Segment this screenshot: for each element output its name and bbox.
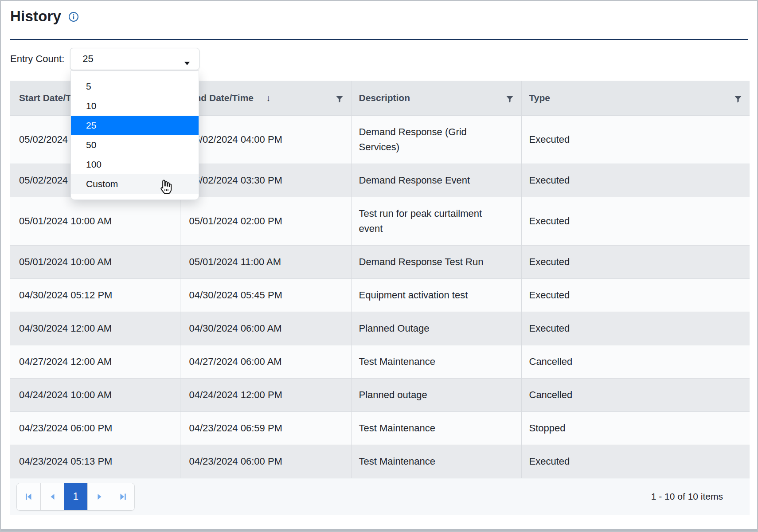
previous-page-button[interactable] — [40, 483, 64, 510]
page-title: History — [10, 8, 61, 25]
description-cell: Test Maintenance — [351, 411, 521, 445]
last-page-icon — [119, 493, 127, 501]
dropdown-option-10[interactable]: 10 — [71, 96, 199, 116]
type-cell: Executed — [521, 312, 750, 345]
items-summary: 1 - 10 of 10 items — [651, 491, 723, 502]
end-date-cell: 04/23/2024 06:00 PM — [180, 445, 351, 478]
start-date-cell: 04/23/2024 05:13 PM — [10, 445, 180, 478]
description-cell: Planned outage — [351, 378, 521, 411]
start-date-cell: 04/30/2024 12:00 AM — [10, 312, 180, 345]
description-cell: Demand Response (Grid Services) — [351, 115, 521, 164]
description-cell: Test Maintenance — [351, 345, 521, 378]
page-1-button[interactable]: 1 — [64, 483, 87, 510]
start-date-cell: 04/27/2024 12:00 AM — [10, 345, 180, 378]
filter-icon[interactable] — [506, 94, 513, 102]
type-cell: Stopped — [521, 411, 750, 445]
dropdown-option-custom[interactable]: Custom — [71, 174, 199, 194]
filter-icon[interactable] — [735, 94, 742, 102]
table-row: 04/30/2024 05:12 PM 04/30/2024 05:45 PM … — [10, 278, 750, 312]
table-row: 04/27/2024 12:00 AM 04/27/2024 06:00 AM … — [10, 345, 750, 378]
type-cell: Executed — [521, 197, 750, 245]
entry-count-value: 25 — [82, 53, 93, 65]
last-page-button[interactable] — [111, 483, 134, 510]
entry-count-controls: Entry Count: 25 — [10, 48, 748, 70]
description-cell: Planned Outage — [351, 312, 521, 345]
type-cell: Executed — [521, 278, 750, 312]
chevron-down-icon — [184, 57, 190, 61]
history-page: { "page": { "title": "History" }, "entry… — [0, 0, 758, 532]
dropdown-option-25[interactable]: 25 — [71, 116, 199, 135]
description-cell: Test Maintenance — [351, 445, 521, 478]
window-bottom-edge — [1, 528, 757, 531]
table-row: 04/24/2024 10:00 AM 04/24/2024 12:00 PM … — [10, 378, 750, 411]
end-date-cell: 04/27/2024 06:00 AM — [180, 345, 351, 378]
column-label: Type — [529, 93, 550, 103]
type-cell: Executed — [521, 115, 750, 164]
filter-icon[interactable] — [336, 94, 343, 102]
column-label: Description — [359, 93, 410, 103]
sort-descending-icon: ↓ — [266, 93, 271, 103]
type-cell: Cancelled — [521, 378, 750, 411]
previous-page-icon — [49, 493, 56, 501]
entry-count-select[interactable]: 25 — [70, 48, 199, 70]
first-page-button[interactable] — [17, 483, 40, 510]
column-header-description[interactable]: Description — [351, 81, 521, 115]
type-cell: Executed — [521, 245, 750, 278]
pager-group: 1 — [16, 483, 135, 511]
dropdown-option-100[interactable]: 100 — [71, 155, 199, 174]
table-row: 04/30/2024 12:00 AM 04/30/2024 06:00 AM … — [10, 312, 750, 345]
page-header: History — [10, 7, 748, 26]
pagination-bar: 1 1 - 10 of 10 items — [10, 478, 750, 515]
info-icon[interactable] — [68, 12, 79, 22]
start-date-cell: 04/23/2024 06:00 PM — [10, 411, 180, 445]
column-header-type[interactable]: Type — [521, 81, 750, 115]
dropdown-option-5[interactable]: 5 — [71, 77, 199, 96]
start-date-cell: 05/01/2024 10:00 AM — [10, 197, 180, 245]
end-date-cell: 05/01/2024 11:00 AM — [180, 245, 351, 278]
next-page-icon — [96, 493, 103, 501]
dropdown-option-50[interactable]: 50 — [71, 135, 199, 155]
entry-count-dropdown: 5 10 25 50 100 Custom — [70, 70, 199, 200]
description-cell: Equipment activation test — [351, 278, 521, 312]
table-row: 04/23/2024 05:13 PM 04/23/2024 06:00 PM … — [10, 445, 750, 478]
entry-count-label: Entry Count: — [10, 53, 64, 65]
start-date-cell: 04/24/2024 10:00 AM — [10, 378, 180, 411]
header-divider — [10, 39, 748, 40]
start-date-cell: 04/30/2024 05:12 PM — [10, 278, 180, 312]
end-date-cell: 05/01/2024 02:00 PM — [180, 197, 351, 245]
end-date-cell: 05/02/2024 04:00 PM — [180, 115, 351, 164]
table-row: 05/01/2024 10:00 AM 05/01/2024 11:00 AM … — [10, 245, 750, 278]
description-cell: Demand Response Event — [351, 164, 521, 197]
end-date-cell: 04/30/2024 06:00 AM — [180, 312, 351, 345]
description-cell: Test run for peak curtailment event — [351, 197, 521, 245]
end-date-cell: 04/30/2024 05:45 PM — [180, 278, 351, 312]
column-header-end-date[interactable]: End Date/Time ↓ — [180, 81, 351, 115]
page-container: History Entry Count: 25 5 10 25 50 100 C… — [1, 1, 757, 531]
type-cell: Cancelled — [521, 345, 750, 378]
table-row: 04/23/2024 06:00 PM 04/23/2024 06:59 PM … — [10, 411, 750, 445]
table-row: 05/01/2024 10:00 AM 05/01/2024 02:00 PM … — [10, 197, 750, 245]
end-date-cell: 04/23/2024 06:59 PM — [180, 411, 351, 445]
start-date-cell: 05/01/2024 10:00 AM — [10, 245, 180, 278]
type-cell: Executed — [521, 445, 750, 478]
description-cell: Demand Response Test Run — [351, 245, 521, 278]
type-cell: Executed — [521, 164, 750, 197]
end-date-cell: 04/24/2024 12:00 PM — [180, 378, 351, 411]
next-page-button[interactable] — [87, 483, 111, 510]
end-date-cell: 05/02/2024 03:30 PM — [180, 164, 351, 197]
first-page-icon — [25, 493, 32, 501]
